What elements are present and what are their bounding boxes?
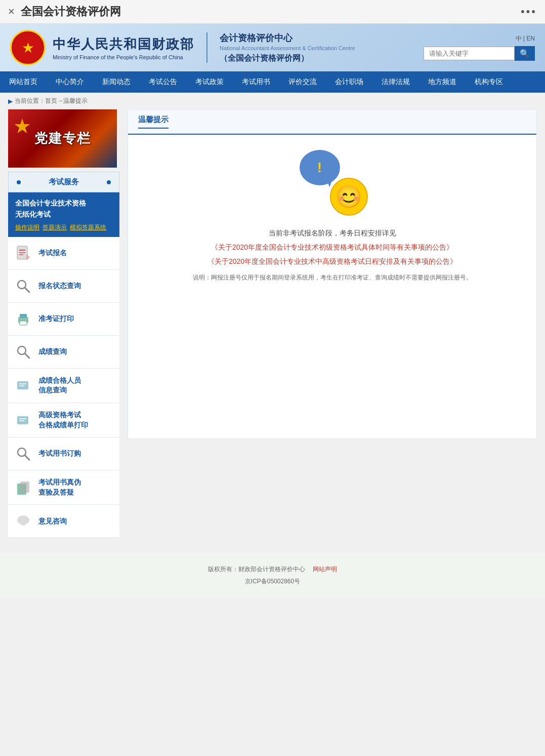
main-content: 温馨提示 ! 😊 当前非考试报名阶段，考务日程安排详见 《关于2020年度全国会… bbox=[119, 109, 537, 538]
nav-item-local[interactable]: 地方频道 bbox=[419, 71, 466, 93]
party-banner-label: 党建专栏 bbox=[34, 130, 91, 147]
verify-icon bbox=[14, 479, 32, 497]
top-bar: × 全国会计资格评价网 ••• bbox=[0, 0, 545, 24]
cbt-link-demo[interactable]: 答题演示 bbox=[43, 223, 67, 232]
cbt-banner: 全国会计专业技术资格 无纸化考试 操作说明 答题演示 模拟答题系统 bbox=[8, 192, 119, 237]
chat-bubble-icon: ! bbox=[300, 150, 340, 185]
notice-link1[interactable]: 《关于2020年度全国会计专业技术初级资格考试具体时间等有关事项的公告》 bbox=[211, 243, 453, 251]
logo-emblem bbox=[10, 30, 46, 65]
svg-line-6 bbox=[25, 288, 29, 292]
notice-text: 当前非考试报名阶段，考务日程安排详见 《关于2020年度全国会计专业技术初级资格… bbox=[207, 226, 457, 268]
sidebar-item-book-order[interactable]: 考试用书订购 bbox=[8, 437, 119, 470]
sidebar-item-status-query[interactable]: 报名状态查询 bbox=[8, 270, 119, 303]
cbt-link-manual[interactable]: 操作说明 bbox=[15, 223, 39, 232]
search-box[interactable]: 🔍 bbox=[424, 46, 535, 61]
exam-service-header: 考试服务 bbox=[8, 172, 119, 192]
smiley-face-icon: 😊 bbox=[330, 178, 368, 216]
dot-right bbox=[107, 180, 111, 184]
nav-item-exchange[interactable]: 评价交流 bbox=[279, 71, 326, 93]
dot-left bbox=[17, 180, 21, 184]
ministry-name: 中华人民共和国财政部 bbox=[53, 35, 194, 53]
nav-item-policy[interactable]: 考试政策 bbox=[186, 71, 233, 93]
svg-rect-15 bbox=[17, 416, 28, 424]
sidebar-label-exam-register: 考试报名 bbox=[38, 248, 67, 258]
exam-service-title: 考试服务 bbox=[49, 177, 79, 187]
svg-line-19 bbox=[25, 455, 29, 460]
svg-rect-12 bbox=[17, 381, 28, 389]
main-nav: 网站首页 中心简介 新闻动态 考试公告 考试政策 考试用书 评价交流 会计职场 … bbox=[0, 71, 545, 93]
content-inner: ! 😊 当前非考试报名阶段，考务日程安排详见 《关于2020年度全国会计专业技术… bbox=[128, 135, 536, 439]
svg-line-11 bbox=[25, 353, 29, 358]
svg-rect-8 bbox=[20, 314, 27, 318]
footer-statement-link[interactable]: 网站声明 bbox=[313, 566, 337, 573]
breadcrumb: ▶ 当前位置：首页→温馨提示 bbox=[0, 93, 545, 109]
sidebar-item-book-verify[interactable]: 考试用书真伪 查验及答疑 bbox=[8, 470, 119, 505]
sidebar-item-admit-print[interactable]: 准考证打印 bbox=[8, 303, 119, 336]
lang-sep: | bbox=[523, 35, 525, 42]
lang-switch[interactable]: 中 | EN bbox=[516, 34, 535, 43]
cbt-title: 全国会计专业技术资格 无纸化考试 bbox=[15, 197, 112, 220]
exclaim-icon: ! bbox=[317, 160, 322, 176]
nav-item-law[interactable]: 法律法规 bbox=[372, 71, 419, 93]
content-tab: 温馨提示 bbox=[128, 110, 536, 135]
logo-text: 中华人民共和国财政部 Ministry of Finance of the Pe… bbox=[53, 35, 194, 60]
exam-register-icon bbox=[14, 244, 32, 262]
sidebar-label-score-query: 成绩查询 bbox=[38, 347, 67, 357]
content-area: ★ 党建专栏 考试服务 全国会计专业技术资格 无纸化考试 操作说明 答题演示 模… bbox=[0, 109, 545, 548]
party-banner[interactable]: ★ 党建专栏 bbox=[8, 109, 117, 168]
svg-marker-4 bbox=[26, 254, 30, 260]
breadcrumb-icon: ▶ bbox=[8, 98, 13, 105]
sidebar-item-feedback[interactable]: 意见咨询 bbox=[8, 505, 119, 538]
more-options-icon[interactable]: ••• bbox=[521, 5, 537, 18]
cbt-links: 操作说明 答题演示 模拟答题系统 bbox=[15, 223, 112, 232]
feedback-icon bbox=[14, 512, 32, 530]
print-icon bbox=[14, 310, 32, 328]
page-title: 全国会计资格评价网 bbox=[21, 4, 121, 19]
score-icon bbox=[14, 343, 32, 361]
nav-item-books[interactable]: 考试用书 bbox=[233, 71, 279, 93]
copyright-text: 版权所有：财政部会计资格评价中心 bbox=[208, 566, 305, 573]
ministry-name-en: Ministry of Finance of the People's Repu… bbox=[53, 54, 194, 60]
svg-point-22 bbox=[17, 515, 29, 525]
nav-item-career[interactable]: 会计职场 bbox=[326, 71, 372, 93]
footer-icp: 京ICP备05002860号 bbox=[10, 575, 535, 587]
top-bar-left: × 全国会计资格评价网 bbox=[8, 4, 121, 19]
lang-cn[interactable]: 中 bbox=[516, 35, 522, 42]
nav-item-about[interactable]: 中心简介 bbox=[47, 71, 93, 93]
nav-item-home[interactable]: 网站首页 bbox=[0, 71, 47, 93]
center-title: 会计资格评价中心 bbox=[220, 32, 355, 44]
sidebar-item-pass-query[interactable]: 成绩合格人员 信息查询 bbox=[8, 369, 119, 403]
search-input[interactable] bbox=[424, 47, 515, 60]
notice-link2[interactable]: 《关于2020年度全国会计专业技术中高级资格考试日程安排及有关事项的公告》 bbox=[207, 257, 457, 265]
notice-line1: 当前非考试报名阶段，考务日程安排详见 bbox=[207, 226, 457, 240]
tab-label: 温馨提示 bbox=[138, 115, 169, 129]
cbt-title-line2: 无纸化考试 bbox=[15, 210, 51, 218]
breadcrumb-text: 当前位置：首页→温馨提示 bbox=[15, 97, 88, 105]
sidebar-label-admit-print: 准考证打印 bbox=[38, 314, 74, 324]
center-subtitle: （全国会计资格评价网） bbox=[220, 53, 355, 64]
cbt-link-simulate[interactable]: 模拟答题系统 bbox=[70, 223, 106, 232]
notice-illustration: ! 😊 bbox=[297, 150, 368, 216]
sidebar-label-book-verify: 考试用书真伪 查验及答疑 bbox=[38, 478, 81, 497]
sidebar-item-score-query[interactable]: 成绩查询 bbox=[8, 336, 119, 369]
sidebar-label-feedback: 意见咨询 bbox=[38, 516, 67, 527]
header-divider bbox=[206, 32, 207, 63]
sidebar-item-exam-register[interactable]: 考试报名 bbox=[8, 237, 119, 270]
header: 中华人民共和国财政部 Ministry of Finance of the Pe… bbox=[0, 24, 545, 71]
svg-rect-21 bbox=[20, 482, 29, 493]
sidebar-item-highscore-print[interactable]: 高级资格考试 合格成绩单打印 bbox=[8, 403, 119, 437]
nav-item-institution[interactable]: 机构专区 bbox=[466, 71, 512, 93]
lang-en[interactable]: EN bbox=[526, 35, 535, 42]
sidebar-label-pass-query: 成绩合格人员 信息查询 bbox=[38, 376, 81, 395]
sidebar-label-status-query: 报名状态查询 bbox=[38, 281, 81, 291]
header-center: 会计资格评价中心 National Accountant Assessment … bbox=[220, 32, 355, 64]
sidebar-label-highscore-print: 高级资格考试 合格成绩单打印 bbox=[38, 410, 88, 430]
close-icon[interactable]: × bbox=[8, 5, 15, 18]
cbt-title-line1: 全国会计专业技术资格 bbox=[15, 199, 86, 207]
search-button[interactable]: 🔍 bbox=[515, 46, 535, 61]
content-box: 温馨提示 ! 😊 当前非考试报名阶段，考务日程安排详见 《关于2020年度全国会… bbox=[128, 109, 537, 439]
party-star-icon: ★ bbox=[13, 114, 31, 138]
footer: 版权所有：财政部会计资格评价中心 网站声明 京ICP备05002860号 bbox=[0, 553, 545, 598]
nav-item-news[interactable]: 新闻动态 bbox=[93, 71, 140, 93]
nav-item-announcement[interactable]: 考试公告 bbox=[140, 71, 186, 93]
